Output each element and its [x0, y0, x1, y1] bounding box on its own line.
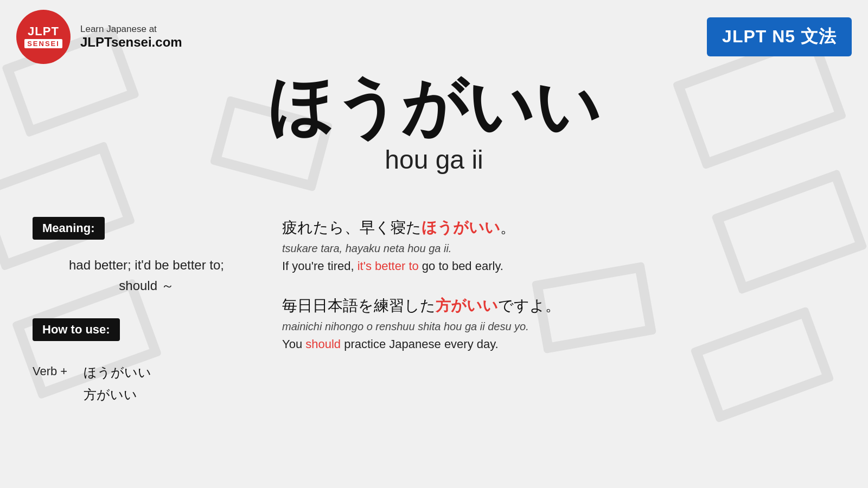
header: JLPT SENSEI Learn Japanese at JLPTsensei…	[0, 0, 868, 74]
site-name: JLPTsensei.com	[80, 35, 182, 50]
example-2-japanese-highlight: 方がいい	[436, 297, 498, 314]
logo-area: JLPT SENSEI Learn Japanese at JLPTsensei…	[16, 10, 182, 64]
meaning-line2: should ～	[119, 278, 174, 293]
logo-circle: JLPT SENSEI	[16, 10, 71, 64]
example-2-english: You should practice Japanese every day.	[282, 337, 835, 351]
example-1-japanese: 疲れたら、早く寝たほうがいい。	[282, 217, 835, 238]
logo-jlpt-text: JLPT	[28, 25, 59, 37]
example-1-romaji: tsukare tara, hayaku neta hou ga ii.	[282, 242, 835, 255]
example-1-english-start: If you're tired,	[282, 259, 358, 273]
example-1-english: If you're tired, it's better to go to be…	[282, 259, 835, 273]
example-1-english-end: go to bed early.	[419, 259, 503, 273]
right-column: 疲れたら、早く寝たほうがいい。 tsukare tara, hayaku net…	[282, 217, 835, 406]
how-to-use-section: How to use: Verb + ほうがいい 方がいい	[33, 318, 260, 406]
example-1-japanese-end: 。	[500, 219, 515, 236]
example-2-english-end: practice Japanese every day.	[341, 337, 499, 351]
main-kana-title: ほうがいい	[0, 70, 868, 142]
logo-sensei-text: SENSEI	[24, 39, 62, 48]
learn-text: Learn Japanese at	[80, 24, 182, 35]
example-2-japanese: 毎日日本語を練習した方がいいですよ。	[282, 295, 835, 316]
usage-row: Verb + ほうがいい 方がいい	[33, 362, 260, 406]
meaning-label: Meaning:	[33, 217, 105, 240]
jlpt-badge: JLPT N5 文法	[707, 17, 852, 56]
usage-forms: ほうがいい 方がいい	[84, 362, 151, 406]
example-1-japanese-plain: 疲れたら、早く寝た	[282, 219, 422, 236]
badge-text: JLPT N5 文法	[722, 25, 837, 49]
meaning-line1: had better; it'd be better to;	[69, 258, 224, 272]
example-block-1: 疲れたら、早く寝たほうがいい。 tsukare tara, hayaku net…	[282, 217, 835, 273]
example-block-2: 毎日日本語を練習した方がいいですよ。 mainichi nihongo o re…	[282, 295, 835, 351]
main-title-area: ほうがいい hou ga ii	[0, 70, 868, 175]
meaning-text: had better; it'd be better to; should ～	[33, 255, 260, 297]
logo-text-block: Learn Japanese at JLPTsensei.com	[80, 24, 182, 50]
example-1-japanese-highlight: ほうがいい	[422, 219, 500, 236]
example-2-japanese-end: ですよ。	[498, 297, 560, 314]
main-romaji-title: hou ga ii	[0, 145, 868, 175]
example-2-english-start: You	[282, 337, 305, 351]
example-2-english-highlight: should	[305, 337, 341, 351]
example-2-japanese-plain: 毎日日本語を練習した	[282, 297, 436, 314]
usage-form-2: 方がいい	[84, 384, 151, 406]
usage-verb: Verb +	[33, 362, 67, 378]
left-column: Meaning: had better; it'd be better to; …	[33, 217, 260, 406]
content-area: Meaning: had better; it'd be better to; …	[0, 217, 868, 406]
usage-form-1: ほうがいい	[84, 362, 151, 384]
example-1-english-highlight: it's better to	[358, 259, 419, 273]
example-2-romaji: mainichi nihongo o renshuu shita hou ga …	[282, 320, 835, 333]
how-to-use-label: How to use:	[33, 318, 120, 341]
